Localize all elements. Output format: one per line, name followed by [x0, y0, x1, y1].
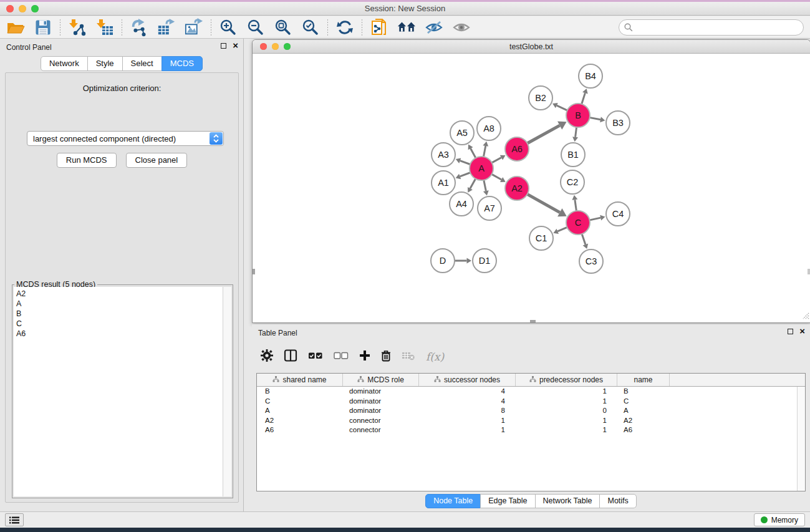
mcds-result-item[interactable]: A2 — [16, 289, 223, 299]
tab-select[interactable]: Select — [122, 56, 162, 71]
scrollbar-stub-left[interactable] — [253, 269, 255, 274]
zoom-in-icon[interactable] — [219, 18, 238, 37]
table-row[interactable]: A6connector11A6 — [257, 425, 805, 435]
edge-B-B2[interactable] — [557, 105, 569, 111]
criterion-select[interactable]: largest connected component (directed) — [27, 131, 224, 146]
table-cell: A2 — [257, 416, 343, 426]
close-table-panel-icon[interactable]: × — [799, 328, 805, 334]
neighborhood-icon[interactable] — [397, 18, 416, 37]
scrollbar-stub-bottom[interactable] — [530, 320, 536, 322]
table-tab-node-table[interactable]: Node Table — [425, 494, 481, 508]
table-cell: 4 — [419, 397, 516, 407]
open-session-icon[interactable] — [6, 18, 25, 37]
close-panel-icon[interactable]: × — [233, 42, 238, 49]
zoom-selected-icon[interactable] — [301, 18, 320, 37]
add-column-icon[interactable] — [359, 350, 370, 364]
network-canvas[interactable]: B4B2BB3A8A5A6A3B1AC2A1A2A4A7C4CC1DD1C3 — [253, 54, 810, 322]
network-window-titlebar[interactable]: testGlobe.txt — [253, 40, 810, 54]
mcds-tab-content: Optimization criterion: largest connecte… — [5, 72, 239, 503]
export-network-icon[interactable] — [130, 18, 148, 37]
edge-B-B4[interactable] — [581, 93, 585, 105]
refresh-icon[interactable] — [335, 18, 354, 37]
table-cell: dominator — [343, 397, 419, 407]
table-cell: 1 — [419, 416, 516, 426]
table-scrollbar[interactable] — [797, 387, 805, 491]
arrowhead-icon — [600, 117, 605, 122]
node-label-B3: B3 — [612, 118, 624, 128]
node-label-A8: A8 — [483, 123, 494, 133]
table-tab-edge-table[interactable]: Edge Table — [480, 494, 535, 508]
table-row[interactable]: A2connector11A2 — [257, 416, 805, 426]
scrollbar-stub-right[interactable] — [808, 269, 810, 274]
table-tab-motifs[interactable]: Motifs — [599, 494, 636, 508]
table-cell: C — [617, 397, 670, 407]
memory-label: Memory — [771, 516, 798, 525]
table-settings-icon[interactable] — [261, 349, 273, 364]
select-all-icon[interactable] — [308, 351, 323, 362]
tab-mcds[interactable]: MCDS — [162, 56, 203, 71]
node-label-D: D — [440, 256, 446, 266]
table-cell: A — [617, 406, 670, 416]
table-cell: dominator — [343, 387, 419, 397]
column-header-MCDS-role[interactable]: MCDS role — [343, 374, 419, 386]
table-cell: 1 — [419, 425, 516, 435]
import-network-icon[interactable] — [68, 18, 87, 37]
mcds-result-item[interactable]: A6 — [16, 329, 223, 339]
column-header-name[interactable]: name — [617, 374, 670, 386]
close-panel-button[interactable]: Close panel — [126, 153, 188, 168]
table-row[interactable]: Adominator80A — [257, 406, 805, 416]
deselect-all-icon[interactable] — [334, 351, 349, 362]
column-header-shared-name[interactable]: shared name — [257, 374, 343, 386]
tab-network[interactable]: Network — [41, 56, 88, 71]
export-image-icon[interactable] — [185, 18, 203, 37]
table-cell: dominator — [343, 406, 419, 416]
hide-details-icon[interactable] — [425, 18, 443, 37]
node-label-A4: A4 — [456, 199, 467, 209]
table-cell: connector — [343, 425, 419, 435]
table-tab-network-table[interactable]: Network Table — [535, 494, 600, 508]
mcds-list-scrollbar[interactable] — [223, 287, 231, 496]
node-table[interactable]: shared nameMCDS rolesuccessor nodesprede… — [256, 373, 806, 491]
task-history-button[interactable] — [5, 513, 24, 526]
tab-style[interactable]: Style — [87, 56, 123, 71]
memory-button[interactable]: Memory — [754, 513, 805, 526]
search-input[interactable] — [619, 19, 804, 36]
mcds-result-list[interactable]: A2ABCA6 — [14, 287, 223, 496]
node-label-A5: A5 — [456, 128, 468, 138]
show-columns-icon[interactable] — [284, 349, 297, 364]
table-cell: C — [257, 397, 343, 407]
control-panel: Control Panel × NetworkStyleSelectMCDS O… — [0, 39, 244, 511]
mcds-result-item[interactable]: A — [16, 299, 223, 309]
table-row[interactable]: Bdominator41B — [257, 387, 805, 397]
show-details-icon[interactable] — [452, 18, 471, 37]
table-cell: A6 — [617, 425, 670, 435]
column-header-successor-nodes[interactable]: successor nodes — [419, 374, 516, 386]
edge-A6-B[interactable] — [526, 125, 560, 144]
mcds-result-item[interactable]: B — [16, 309, 223, 319]
column-header-predecessor-nodes[interactable]: predecessor nodes — [516, 374, 617, 386]
network-graph[interactable]: B4B2BB3A8A5A6A3B1AC2A1A2A4A7C4CC1DD1C3 — [253, 54, 810, 322]
export-table-icon[interactable] — [157, 18, 176, 37]
duplicate-network-icon[interactable] — [370, 18, 388, 37]
mcds-result-item[interactable]: C — [16, 319, 223, 329]
float-table-panel-icon[interactable] — [788, 329, 793, 334]
table-row[interactable]: Cdominator41C — [257, 397, 805, 407]
delete-column-icon[interactable] — [381, 350, 391, 364]
save-session-icon[interactable] — [34, 18, 52, 37]
edge-C-C4[interactable] — [589, 218, 601, 220]
node-label-A: A — [478, 163, 485, 173]
edge-A2-C[interactable] — [526, 193, 560, 212]
run-mcds-button[interactable]: Run MCDS — [57, 153, 117, 168]
table-body: Bdominator41BCdominator41CAdominator80AA… — [257, 387, 805, 435]
statusbar: Memory — [0, 511, 810, 528]
resize-grip-icon[interactable] — [801, 311, 809, 322]
zoom-fit-icon[interactable] — [274, 18, 292, 37]
edge-C-C2[interactable] — [575, 200, 577, 212]
arrowhead-icon — [572, 137, 578, 142]
zoom-out-icon[interactable] — [246, 18, 265, 37]
float-panel-icon[interactable] — [221, 43, 226, 49]
table-cell: 1 — [516, 387, 617, 397]
node-label-A1: A1 — [438, 178, 449, 188]
import-table-icon[interactable] — [95, 18, 114, 37]
delete-table-icon-disabled — [402, 351, 415, 363]
